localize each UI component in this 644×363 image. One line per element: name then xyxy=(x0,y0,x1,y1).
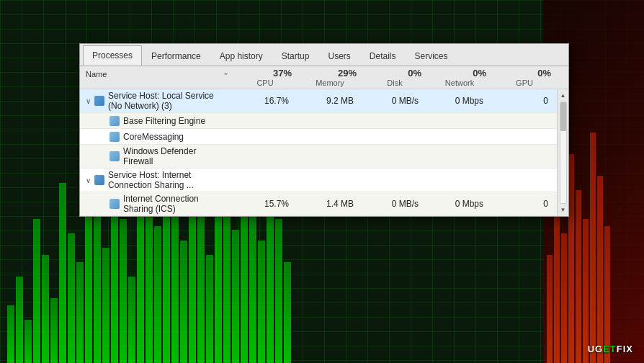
row-gpu-cell xyxy=(492,120,557,122)
row-network-cell: 0 Mbps xyxy=(427,197,492,210)
scrollbar-spacer xyxy=(557,68,568,87)
scrollbar-thumb[interactable] xyxy=(560,102,566,131)
bg-bar xyxy=(76,262,84,363)
bg-right-bar xyxy=(576,190,581,363)
tab-startup[interactable]: Startup xyxy=(272,46,319,66)
bg-bar xyxy=(42,255,49,363)
task-manager-window: Processes Performance App history Startu… xyxy=(79,43,569,217)
tab-users[interactable]: Users xyxy=(318,46,359,66)
table-row[interactable]: CoreMessaging xyxy=(80,129,557,145)
row-cpu-cell: 15.7% xyxy=(233,197,298,210)
sub-service-icon xyxy=(109,131,120,143)
process-name: Internet Connection Sharing (ICS) xyxy=(123,194,214,214)
table-row[interactable]: ∨Service Host: Local Service (No Network… xyxy=(80,89,557,113)
col-name-header: Name xyxy=(80,68,218,87)
watermark-highlight: ET xyxy=(603,344,617,354)
row-name-cell: Windows Defender Firewall xyxy=(80,145,218,168)
row-cpu-cell xyxy=(233,179,298,182)
row-disk-cell: 0 MB/s xyxy=(362,197,427,210)
row-cpu-cell: 16.7% xyxy=(233,94,298,107)
tab-details[interactable]: Details xyxy=(360,46,406,66)
row-network-cell xyxy=(427,179,492,182)
bg-right-bar xyxy=(554,205,560,363)
row-gpu-cell: 0 xyxy=(492,94,557,107)
service-icon xyxy=(94,95,105,107)
process-name: Service Host: Internet Connection Sharin… xyxy=(108,170,214,190)
row-gpu-cell xyxy=(492,155,557,158)
col-network-header[interactable]: 0% Network xyxy=(427,68,492,87)
bg-bar xyxy=(120,219,127,363)
row-name-cell: Internet Connection Sharing (ICS) xyxy=(80,192,218,215)
row-name-cell: ∨Service Host: Internet Connection Shari… xyxy=(80,169,218,192)
bg-right-bar xyxy=(547,255,553,363)
bg-bar xyxy=(59,183,66,363)
tab-services[interactable]: Services xyxy=(406,46,457,66)
bg-bar xyxy=(180,241,187,363)
row-network-cell xyxy=(427,135,492,138)
bg-bar xyxy=(128,277,135,363)
col-memory-header[interactable]: 29% Memory xyxy=(298,68,362,87)
scrollbar-track[interactable] xyxy=(560,102,567,204)
bg-bar xyxy=(284,262,291,363)
sub-service-icon xyxy=(109,151,120,162)
table-with-scrollbar: ∨Service Host: Local Service (No Network… xyxy=(80,89,568,216)
row-memory-cell xyxy=(298,120,362,122)
table-row[interactable]: Windows Defender Firewall xyxy=(80,145,557,169)
bg-bar xyxy=(197,212,205,363)
bg-bar xyxy=(154,226,161,363)
row-name-cell: CoreMessaging xyxy=(80,130,218,144)
col-cpu-header[interactable]: 37% CPU xyxy=(233,68,298,87)
process-name: CoreMessaging xyxy=(123,132,184,142)
bg-bar xyxy=(102,248,109,363)
row-disk-cell xyxy=(362,155,427,158)
scrollbar: ▲ ▼ xyxy=(557,89,568,216)
sort-arrow[interactable]: ⌄ xyxy=(218,68,233,87)
row-disk-cell: 0 MB/s xyxy=(362,94,427,107)
bg-bar xyxy=(16,277,23,363)
table-row[interactable]: Base Filtering Engine xyxy=(80,113,557,129)
process-name: Base Filtering Engine xyxy=(123,116,205,126)
bg-right-bar xyxy=(583,219,589,363)
bg-bar xyxy=(68,233,75,363)
col-disk-header[interactable]: 0% Disk xyxy=(362,68,427,87)
table-area: Name ⌄ 37% CPU 29% Memory 0% Disk 0% Net… xyxy=(80,66,568,216)
bg-bar xyxy=(206,255,213,363)
bg-bar xyxy=(50,298,58,363)
tab-performance[interactable]: Performance xyxy=(142,46,210,66)
service-icon xyxy=(94,174,105,186)
column-headers: Name ⌄ 37% CPU 29% Memory 0% Disk 0% Net… xyxy=(80,66,568,89)
expand-chevron[interactable]: ∨ xyxy=(86,176,91,184)
table-body: ∨Service Host: Local Service (No Network… xyxy=(80,89,557,216)
bg-bar xyxy=(232,230,239,363)
tab-app-history[interactable]: App history xyxy=(210,46,272,66)
bg-bar xyxy=(33,219,40,363)
row-gpu-cell: 0 xyxy=(492,197,557,210)
scroll-up-arrow[interactable]: ▲ xyxy=(559,91,568,100)
row-network-cell xyxy=(427,155,492,158)
row-cpu-cell xyxy=(233,120,298,122)
row-name-cell: Base Filtering Engine xyxy=(80,114,218,128)
scroll-down-arrow[interactable]: ▼ xyxy=(559,205,568,215)
bg-right-bar xyxy=(561,233,567,363)
sub-service-icon xyxy=(109,198,120,210)
row-disk-cell xyxy=(362,120,427,122)
expand-chevron[interactable]: ∨ xyxy=(86,97,91,105)
sub-service-icon xyxy=(109,115,120,127)
tab-processes[interactable]: Processes xyxy=(83,45,142,66)
row-memory-cell: 9.2 MB xyxy=(298,94,362,107)
table-row[interactable]: Internet Connection Sharing (ICS)15.7%1.… xyxy=(80,192,557,216)
process-name: Windows Defender Firewall xyxy=(123,146,214,166)
bg-right-bar xyxy=(590,133,596,363)
bg-bar xyxy=(7,305,14,363)
row-network-cell: 0 Mbps xyxy=(427,94,492,107)
row-disk-cell xyxy=(362,135,427,138)
bg-bar xyxy=(94,205,101,363)
bg-bar xyxy=(258,241,265,363)
bg-bar xyxy=(249,205,256,363)
row-memory-cell xyxy=(298,135,362,138)
watermark: UGETFIX xyxy=(588,344,633,354)
table-row[interactable]: ∨Service Host: Internet Connection Shari… xyxy=(80,169,557,192)
row-memory-cell xyxy=(298,179,362,182)
row-name-cell: ∨Service Host: Local Service (No Network… xyxy=(80,89,218,112)
col-gpu-header[interactable]: 0% GPU xyxy=(492,68,557,87)
